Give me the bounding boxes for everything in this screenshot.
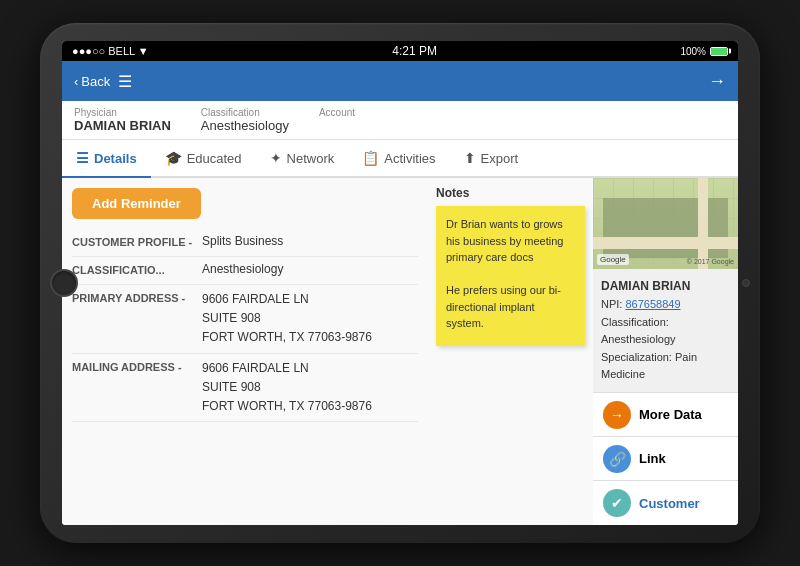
tab-activities[interactable]: 📋 Activities xyxy=(348,140,449,178)
main-content: Add Reminder CUSTOMER PROFILE - Splits B… xyxy=(62,178,738,525)
activities-icon: 📋 xyxy=(362,150,379,166)
map-road-vertical xyxy=(698,178,708,269)
classification-section: Classification Anesthesiology xyxy=(201,107,289,133)
back-label: Back xyxy=(81,74,110,89)
hamburger-icon[interactable]: ☰ xyxy=(118,72,132,91)
link-icon: 🔗 xyxy=(603,445,631,473)
tab-educated[interactable]: 🎓 Educated xyxy=(151,140,256,178)
physician-info-name: DAMIAN BRIAN xyxy=(601,277,730,296)
battery-icon xyxy=(710,47,728,56)
right-sidebar: Google © 2017 Google DAMIAN BRIAN NPI: 8… xyxy=(593,178,738,525)
classification-value: Anesthesiology xyxy=(201,118,289,133)
link-button[interactable]: 🔗 Link xyxy=(593,437,738,481)
primary-address-row: PRIMARY ADDRESS - 9606 FAIRDALE LNSUITE … xyxy=(72,285,418,354)
customer-profile-value: Splits Business xyxy=(202,234,418,248)
physician-info-card: DAMIAN BRIAN NPI: 867658849 Classificati… xyxy=(593,269,738,393)
notes-content: Dr Brian wants to grows his business by … xyxy=(446,218,563,329)
camera xyxy=(742,279,750,287)
customer-button[interactable]: ✔ Customer xyxy=(593,481,738,525)
map-building xyxy=(603,198,728,258)
map-area: Google © 2017 Google xyxy=(593,178,738,269)
tab-bar: ☰ Details 🎓 Educated ✦ Network 📋 Activit… xyxy=(62,140,738,178)
classification-label: Classification xyxy=(201,107,289,118)
home-button[interactable] xyxy=(50,269,78,297)
physician-header: Physician DAMIAN BRIAN Classification An… xyxy=(62,101,738,140)
classification-row: CLASSIFICATIO... Anesthesiology xyxy=(72,257,418,285)
back-button[interactable]: ‹ Back xyxy=(74,74,110,89)
customer-label: Customer xyxy=(639,496,700,511)
left-panel: Add Reminder CUSTOMER PROFILE - Splits B… xyxy=(62,178,428,525)
mailing-address-row: MAILING ADDRESS - 9606 FAIRDALE LNSUITE … xyxy=(72,354,418,423)
classification-field-value: Anesthesiology xyxy=(202,262,418,276)
account-label: Account xyxy=(319,107,355,118)
notes-panel: Notes Dr Brian wants to grows his busine… xyxy=(428,178,593,525)
tab-details[interactable]: ☰ Details xyxy=(62,140,151,178)
status-battery: 100% xyxy=(680,46,728,57)
details-icon: ☰ xyxy=(76,150,89,166)
more-data-icon: → xyxy=(603,401,631,429)
status-time: 4:21 PM xyxy=(392,44,437,58)
link-label: Link xyxy=(639,451,666,466)
screen: ●●●○○ BELL ▼ 4:21 PM 100% ‹ Back ☰ xyxy=(62,41,738,525)
mailing-address-value: 9606 FAIRDALE LNSUITE 908FORT WORTH, TX … xyxy=(202,359,372,417)
forward-icon[interactable]: → xyxy=(708,71,726,92)
physician-name: DAMIAN BRIAN xyxy=(74,118,171,133)
notes-title: Notes xyxy=(436,186,585,200)
tablet-frame: ●●●○○ BELL ▼ 4:21 PM 100% ‹ Back ☰ xyxy=(40,23,760,543)
physician-section: Physician DAMIAN BRIAN xyxy=(74,107,171,133)
map-road-horizontal xyxy=(593,237,738,249)
primary-address-value: 9606 FAIRDALE LNSUITE 908FORT WORTH, TX … xyxy=(202,290,372,348)
customer-profile-row: CUSTOMER PROFILE - Splits Business xyxy=(72,229,418,257)
google-copyright: © 2017 Google xyxy=(687,258,734,265)
mailing-address-label: MAILING ADDRESS - xyxy=(72,359,202,373)
account-section: Account xyxy=(319,107,355,133)
export-icon: ⬆ xyxy=(464,150,476,166)
customer-icon: ✔ xyxy=(603,489,631,517)
classification-field-label: CLASSIFICATIO... xyxy=(72,262,202,276)
npi-link[interactable]: 867658849 xyxy=(625,298,680,310)
status-bar: ●●●○○ BELL ▼ 4:21 PM 100% xyxy=(62,41,738,61)
add-reminder-button[interactable]: Add Reminder xyxy=(72,188,201,219)
educated-icon: 🎓 xyxy=(165,150,182,166)
customer-profile-label: CUSTOMER PROFILE - xyxy=(72,234,202,248)
physician-label: Physician xyxy=(74,107,171,118)
physician-info-classification: Classification: Anesthesiology xyxy=(601,314,730,349)
primary-address-label: PRIMARY ADDRESS - xyxy=(72,290,202,304)
status-carrier: ●●●○○ BELL ▼ xyxy=(72,45,149,57)
sticky-note: Dr Brian wants to grows his business by … xyxy=(436,206,585,346)
physician-info-specialization: Specialization: Pain Medicine xyxy=(601,349,730,384)
physician-info-npi: NPI: 867658849 xyxy=(601,296,730,314)
network-icon: ✦ xyxy=(270,150,282,166)
nav-bar: ‹ Back ☰ → xyxy=(62,61,738,101)
tab-network[interactable]: ✦ Network xyxy=(256,140,349,178)
more-data-label: More Data xyxy=(639,407,702,422)
google-badge: Google xyxy=(597,254,629,265)
back-chevron-icon: ‹ xyxy=(74,74,78,89)
tab-export[interactable]: ⬆ Export xyxy=(450,140,533,178)
more-data-button[interactable]: → More Data xyxy=(593,393,738,437)
